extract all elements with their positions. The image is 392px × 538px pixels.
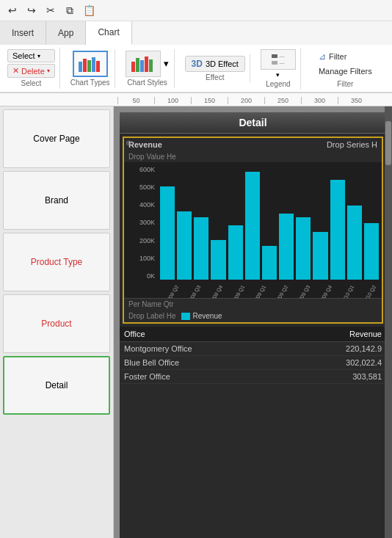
svg-rect-0 (79, 62, 82, 72)
effect-group-label: Effect (206, 73, 224, 81)
select-label: Select (12, 51, 35, 60)
col-header-office: Office (124, 330, 316, 338)
chart-bar (262, 246, 277, 280)
chart-bar (296, 217, 311, 280)
detail-scrollbar[interactable] (385, 106, 392, 538)
tab-row: Insert App Chart (0, 21, 392, 45)
ribbon-row: Select ▾ ✕ Delete ▾ Select (0, 45, 392, 92)
legend-preview: — — (261, 49, 296, 70)
page-item-brand[interactable]: Brand (3, 171, 110, 230)
chart-type-bar-icon[interactable] (73, 51, 108, 77)
legend-dropdown-btn[interactable]: ▾ (276, 71, 280, 79)
revenue-header-label: Revenue (128, 140, 162, 149)
scrollbar-thumb[interactable] (385, 121, 391, 165)
delete-caret-icon: ▾ (47, 68, 50, 74)
svg-rect-4 (96, 61, 100, 72)
delete-icon: ✕ (12, 66, 19, 76)
tab-insert[interactable]: Insert (0, 21, 46, 45)
cell-revenue: 302,022.4 (316, 358, 382, 367)
page-label-product: Product (41, 319, 71, 329)
detail-inner: Detail ⊕ Revenue Drop Series H Drop Valu… (120, 112, 386, 538)
chart-bar (228, 225, 243, 280)
select-button[interactable]: Select ▾ (7, 49, 55, 62)
legend-group: — — ▾ Legend (256, 48, 301, 90)
col-header-revenue: Revenue (316, 330, 382, 338)
table-row: Foster Office 303,581 (120, 370, 386, 384)
manage-filters-label: Manage Filters (319, 67, 372, 76)
legend-text: Revenue (192, 312, 222, 320)
per-name-label: Per Name Qtr (124, 298, 382, 310)
svg-rect-9 (149, 59, 153, 72)
table-row: Blue Bell Office 302,022.4 (120, 356, 386, 370)
chart-bar (194, 217, 208, 280)
chart-area: 600K500K400K300K200K100K0K 2008 Q22008 Q… (124, 162, 382, 298)
filter-group: ⊿ Filter Manage Filters Filter (307, 47, 384, 90)
page-label-brand: Brand (45, 195, 68, 206)
svg-rect-1 (83, 59, 87, 72)
select-group: Select ▾ ✕ Delete ▾ Select (3, 48, 60, 89)
filter-button[interactable]: ⊿ Filter (314, 50, 377, 63)
ruler: 50100150200250300350 (0, 93, 392, 106)
resize-handle[interactable]: ⊕ (124, 138, 133, 147)
chart-style-icon[interactable] (126, 51, 161, 77)
page-label-detail: Detail (46, 380, 68, 390)
cell-revenue: 303,581 (316, 372, 382, 381)
legend-color-box (181, 313, 190, 320)
delete-button[interactable]: ✕ Delete ▾ (7, 64, 55, 78)
bars-area (157, 166, 382, 280)
chart-bar (279, 214, 294, 280)
chart-legend: Drop Label He Revenue (124, 310, 382, 322)
svg-rect-8 (145, 57, 148, 72)
cell-office: Montgomery Office (124, 344, 316, 353)
redo-button[interactable]: ↪ (23, 2, 40, 18)
svg-rect-3 (92, 57, 95, 72)
drop-series-label: Drop Series H (327, 140, 377, 149)
chart-styles-group: ▾ Chart Styles (121, 49, 175, 88)
y-axis: 600K500K400K300K200K100K0K (124, 166, 157, 280)
pages-panel: Cover Page Brand Product Type Product De… (0, 106, 114, 538)
data-table-header: Office Revenue (120, 327, 386, 342)
select-group-label: Select (21, 79, 42, 87)
tab-chart[interactable]: Chart (86, 21, 131, 45)
cell-office: Foster Office (124, 372, 316, 381)
chart-bar (364, 223, 379, 280)
3d-effect-label: 3D Effect (206, 59, 239, 68)
chart-bar (160, 186, 175, 280)
cell-office: Blue Bell Office (124, 358, 316, 367)
cell-revenue: 220,142.9 (316, 344, 382, 353)
page-item-cover[interactable]: Cover Page (3, 109, 110, 168)
svg-rect-5 (131, 62, 135, 72)
3d-effect-button[interactable]: 3D 3D Effect (185, 56, 245, 72)
drop-value-label: Drop Value He (124, 151, 382, 162)
chart-bar (330, 180, 345, 280)
manage-filters-button[interactable]: Manage Filters (314, 65, 377, 77)
chart-bar (211, 240, 225, 280)
undo-button[interactable]: ↩ (4, 2, 21, 18)
chart-types-group: Chart Types (66, 49, 115, 88)
page-label-product-type: Product Type (31, 257, 83, 267)
copy-button[interactable]: ⧉ (62, 2, 78, 18)
paste-button[interactable]: 📋 (81, 2, 97, 18)
chart-container: ⊕ Revenue Drop Series H Drop Value He 60… (123, 137, 383, 324)
chart-styles-dropdown-btn[interactable]: ▾ (163, 57, 170, 70)
delete-label: Delete (21, 67, 45, 76)
chart-bar (245, 172, 260, 280)
chart-styles-label: Chart Styles (127, 79, 167, 87)
chart-header: Revenue Drop Series H (124, 138, 382, 151)
chart-bar (177, 211, 192, 280)
svg-rect-2 (87, 60, 91, 72)
page-item-product[interactable]: Product (3, 294, 110, 353)
detail-panel: Detail ⊕ Revenue Drop Series H Drop Valu… (114, 106, 392, 538)
chart-bar (313, 232, 327, 280)
chart-bar (347, 206, 362, 280)
page-item-product-type[interactable]: Product Type (3, 233, 110, 291)
3d-effect-icon: 3D (192, 59, 203, 69)
funnel-icon: ⊿ (319, 51, 326, 62)
cut-button[interactable]: ✂ (43, 2, 59, 18)
filter-label: Filter (329, 52, 346, 61)
main-content: Cover Page Brand Product Type Product De… (0, 106, 392, 538)
page-item-detail[interactable]: Detail (3, 356, 110, 415)
select-caret-icon: ▾ (37, 53, 40, 59)
tab-app[interactable]: App (46, 21, 86, 45)
chart-types-label: Chart Types (70, 79, 110, 87)
